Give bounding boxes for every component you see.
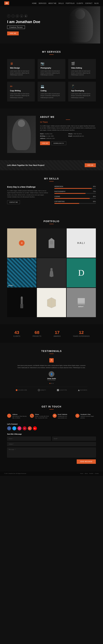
nav-clients[interactable]: Clients	[76, 2, 83, 4]
service-video-desc: Lorem ipsum dolor sit amet ipsum tempor …	[71, 70, 93, 76]
service-photography-desc: Lorem ipsum dolor sit amet ipsum tempor …	[40, 70, 62, 76]
nav-logo[interactable]: JD	[4, 2, 9, 5]
testimonial-author-role: Front Developer	[16, 380, 87, 381]
skill-bar-photography: Photography 75%	[54, 191, 96, 194]
skills-section-title: MY SKILLS	[7, 178, 96, 182]
svg-point-8	[21, 297, 22, 299]
hero-youtube-icon[interactable]: ▶	[24, 14, 28, 18]
client-logotype: LOGOTYPE	[57, 389, 67, 391]
form-submit-button[interactable]: SEND MESSAGE	[77, 460, 96, 464]
footer-copyright: © 2017 Jonathan Doe. All Rights Reserved…	[4, 473, 26, 474]
services-title: MY SERVICES	[7, 51, 96, 55]
hero-hire-button[interactable]: Hire Me	[7, 32, 19, 35]
portfolio-item-1[interactable]: ✕	[7, 228, 36, 258]
portfolio-item-3[interactable]: HALI	[67, 228, 96, 258]
about-download-button[interactable]: Download CV	[51, 142, 66, 145]
form-name-email-row	[7, 437, 96, 441]
nav-contact[interactable]: Contact	[85, 2, 92, 4]
social-youtube-button[interactable]: ▶	[33, 426, 37, 430]
hero-facebook-icon[interactable]: f	[7, 14, 10, 18]
stat-experience-number: 12	[73, 330, 90, 335]
footer-contact-link[interactable]: Contact	[95, 473, 99, 474]
contact-section: GET IN TOUCH 📍 Address 3481 Melrose Plac…	[0, 398, 103, 471]
dot-1[interactable]	[50, 383, 50, 384]
stat-awards-label: Awards	[54, 336, 61, 337]
form-name-input[interactable]	[7, 437, 51, 441]
service-coding-desc: Lorem ipsum dolor sit amet ipsum tempor …	[40, 93, 62, 99]
skill-bar-webdesign: Webdesign 90%	[54, 186, 96, 189]
form-message-input[interactable]	[7, 448, 96, 458]
social-twitter-button[interactable]: t	[12, 426, 16, 430]
hero-linkedin-icon[interactable]: in	[16, 14, 19, 18]
social-facebook-button[interactable]: f	[7, 426, 11, 430]
app-icon: 📱	[71, 84, 93, 88]
footer-portfolio-link[interactable]: Portfolio	[89, 473, 93, 474]
hero-social-icons: f t in g ▶	[7, 14, 40, 18]
dot-3[interactable]	[53, 383, 54, 384]
contact-title: GET IN TOUCH	[7, 406, 96, 410]
nav-blog[interactable]: Blog	[94, 2, 99, 4]
contact-phone-text: Phone: +0 (123) 456 78 90 Fax: +0 (123) …	[35, 416, 50, 419]
social-instagram-button[interactable]: in	[18, 426, 22, 430]
portfolio-item-4[interactable]: PRINT	[7, 258, 36, 287]
client-business: BUSINESS	[78, 389, 87, 391]
service-app-title: App Developing	[71, 90, 93, 92]
nav-home[interactable]: Home	[32, 2, 36, 4]
about-email: Email: example@mail.com	[68, 136, 96, 137]
stat-projects-label: Projects	[32, 336, 41, 337]
testimonial-clients: GOLDEN ORE SWEETY LOGOTYPE BUSINESS	[16, 387, 87, 391]
skills-contact-button[interactable]: Contact Me	[7, 200, 20, 204]
service-app-desc: Lorem ipsum dolor sit amet ipsum tempor …	[71, 93, 93, 99]
hero-twitter-icon[interactable]: t	[12, 14, 14, 18]
dot-2[interactable]	[51, 383, 52, 384]
footer-about-link[interactable]: About	[85, 473, 88, 474]
phone-icon: 📞	[30, 414, 34, 418]
navbar: JD Home Services About Me Skills Portfol…	[0, 0, 103, 6]
nav-portfolio[interactable]: Portfolio	[66, 2, 74, 4]
testimonial-author-name: Johan Justin	[16, 378, 87, 380]
hero-content: f t in g ▶ I am Jonathan Doe Creative Pe…	[7, 14, 40, 35]
hero-googleplus-icon[interactable]: g	[20, 14, 23, 18]
about-greeting: Hi There	[40, 121, 96, 123]
nav-services[interactable]: Services	[38, 2, 46, 4]
about-phone: Phone: +786 753 2674	[68, 133, 96, 134]
social-google-button[interactable]: g+	[28, 426, 32, 430]
about-content: ABOUT ME Hi There In a mollis magna. Nul…	[40, 116, 96, 145]
form-email-input[interactable]	[52, 437, 96, 441]
portfolio-item-8[interactable]	[37, 288, 66, 317]
portfolio-hali-label: HALI	[77, 242, 85, 244]
service-photography: 📷 Photography Lorem ipsum dolor sit amet…	[38, 59, 65, 79]
testimonial-content: ❝ Nam ipsum porta posuere, nisl blandit …	[16, 358, 87, 391]
portfolio-item-9[interactable]: dafon*.	[67, 288, 96, 317]
portfolio-dafon-label: dafon*.	[78, 306, 84, 308]
service-copywriting-title: Copy Writing	[10, 90, 32, 92]
contact-form: SEND MESSAGE	[7, 437, 96, 464]
contact-info-grid: 📍 Address 3481 Melrose Place Beverly Hil…	[7, 414, 96, 419]
service-coding-title: Coding	[40, 90, 62, 92]
service-app: 📱 App Developing Lorem ipsum dolor sit a…	[68, 82, 96, 102]
portfolio-item-6[interactable]: D	[67, 258, 96, 287]
social-pinterest-button[interactable]: pt	[22, 426, 26, 430]
skill-bar-copywriting: Copywriting 60%	[54, 201, 96, 204]
about-hire-button[interactable]: Hire Me	[40, 142, 50, 145]
testimonial-dots	[16, 383, 87, 384]
nav-skills[interactable]: Skills	[58, 2, 64, 4]
web-design-icon: 🖥	[10, 62, 32, 66]
form-subject-input[interactable]	[7, 442, 96, 446]
contact-address-text: 3481 Melrose Place Beverly Hills, CA 902…	[12, 416, 28, 419]
service-copywriting: ✏ Copy Writing Lorem ipsum dolor sit ame…	[7, 82, 35, 102]
stat-projects: 68 Projects	[32, 330, 41, 337]
stat-awards-number: 17	[54, 330, 61, 335]
portfolio-item-5[interactable]	[37, 258, 66, 287]
testimonials-section: TESTIMONIALS ❝ Nam ipsum porta posuere, …	[0, 343, 103, 398]
nav-about[interactable]: About Me	[48, 2, 56, 4]
portfolio-x-icon: ✕	[19, 240, 24, 246]
portfolio-item-7[interactable]	[7, 288, 36, 317]
skills-left: Every Day is a New Challenge In a mollis…	[7, 186, 49, 206]
skill-bar-coding: Coding 85%	[54, 196, 96, 199]
form-submit-row: SEND MESSAGE	[7, 460, 96, 464]
cta-hire-button[interactable]: Hire Me	[85, 163, 96, 167]
footer-home-link[interactable]: Home	[80, 473, 83, 474]
facebook-contact-icon: f	[76, 414, 80, 418]
portfolio-item-2[interactable]	[37, 228, 66, 258]
